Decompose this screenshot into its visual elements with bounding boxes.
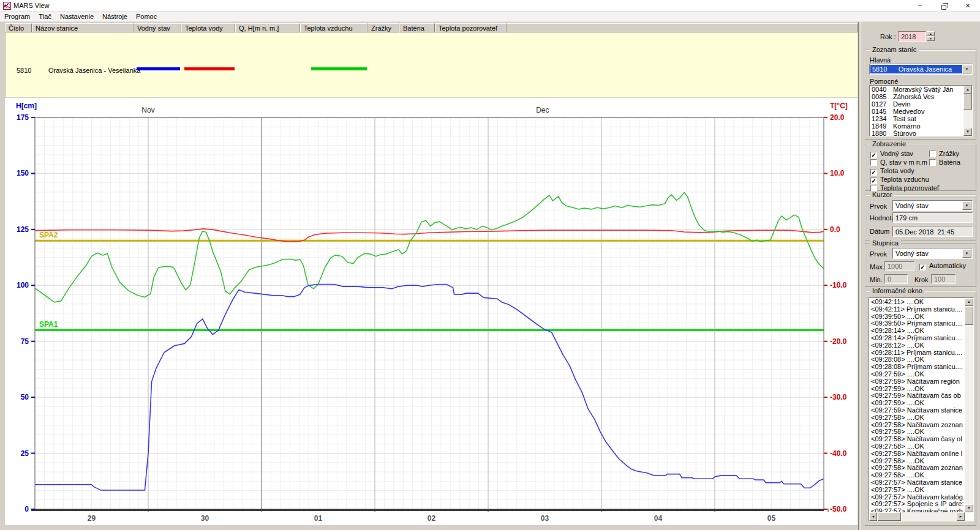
menu-item-pomoc[interactable]: Pomoc xyxy=(132,12,161,20)
log-line: <09:28:08> Príjmam stanicu.... xyxy=(869,364,965,371)
left-axis-tick-label: 125 xyxy=(17,225,29,234)
log-line: <09:27:57> ....OK xyxy=(869,487,965,494)
checkbox-teplota-vzduchu[interactable]: ✓Teplota vzduchu xyxy=(870,176,939,184)
col-header-zrazky[interactable]: Zrážky xyxy=(368,23,399,32)
rok-label: Rok : xyxy=(880,33,896,40)
pomocne-listbox[interactable]: 0040Moravský Svätý Ján0085Záhorská Ves01… xyxy=(869,85,973,136)
day-tick-label: 29 xyxy=(88,514,96,523)
group-title: Kurzor xyxy=(870,191,894,198)
station-list-item[interactable]: 1234Test sat xyxy=(870,115,963,122)
scroll-thumb[interactable] xyxy=(965,307,973,325)
col-header-bateria[interactable]: Batéria xyxy=(399,23,435,32)
log-line: <09:28:08> ....OK xyxy=(869,356,965,364)
scroll-down-icon[interactable]: ▼ xyxy=(965,504,973,512)
col-header-teplota-vzduchu[interactable]: Teplota vzduchu xyxy=(300,23,368,32)
log-line: <09:28:14> ....OK xyxy=(869,327,965,335)
chart[interactable]: SPA1SPA20255075100125150175-50.0-40.0-30… xyxy=(5,98,858,525)
stupnica-max-field[interactable]: 1000 xyxy=(884,261,914,271)
unchecked-icon[interactable] xyxy=(870,159,877,166)
stupnica-min-label: Min. xyxy=(870,276,883,283)
scroll-up-icon[interactable]: ▲ xyxy=(963,86,972,94)
log-line: <09:28:14> Príjmam stanicu.... xyxy=(869,335,965,342)
left-axis-tick-label: 100 xyxy=(17,281,29,289)
station-list-item[interactable]: 0127Devín xyxy=(870,100,963,108)
chevron-down-icon[interactable]: ▼ xyxy=(962,65,971,73)
stupnica-krok-field[interactable]: 100 xyxy=(931,274,956,284)
group-title: Zobrazenie xyxy=(870,140,908,147)
checked-icon[interactable]: ✓ xyxy=(870,169,877,176)
checkbox-zr-ky[interactable]: Zrážky xyxy=(929,150,960,158)
menu-item-program[interactable]: Program xyxy=(0,12,34,20)
col-header-q-h[interactable]: Q, H[m n. m.] xyxy=(235,23,300,32)
checked-icon[interactable]: ✓ xyxy=(870,177,877,184)
right-axis-tick-label: 10.0 xyxy=(830,169,845,177)
chevron-down-icon[interactable]: ▼ xyxy=(962,249,971,258)
close-icon[interactable]: × xyxy=(959,0,977,12)
right-axis-tick-label: -40.0 xyxy=(830,449,847,458)
station-list-item[interactable]: 1880Štúrovo xyxy=(870,130,963,136)
log-line: <09:28:12> ....OK xyxy=(869,342,965,349)
unchecked-icon[interactable] xyxy=(929,159,936,166)
hlavna-selected: 5810 Oravská Jasenica xyxy=(870,65,962,73)
restore-icon[interactable] xyxy=(935,0,953,12)
hlavna-combobox[interactable]: 5810 Oravská Jasenica ▼ xyxy=(869,64,973,75)
station-name[interactable]: Oravská Jasenica - Veselianka xyxy=(48,67,140,74)
scroll-thumb[interactable] xyxy=(963,94,972,110)
checkbox-label: Q, stav v m n.m xyxy=(877,159,927,166)
log-line: <09:27:58> ....OK xyxy=(869,472,965,479)
menu-item-nastavenie[interactable]: Nastavenie xyxy=(56,12,98,20)
right-axis-tick-label: -20.0 xyxy=(830,337,847,346)
checkbox-automaticky[interactable]: ✓Automaticky xyxy=(919,262,966,270)
day-tick-label: 04 xyxy=(654,514,663,523)
scroll-left-icon[interactable]: ◄ xyxy=(869,512,877,521)
col-header-nazov[interactable]: Názov stanice xyxy=(32,23,134,32)
log-line: <09:27:58> Načítavam zoznan xyxy=(869,465,965,472)
checkbox-label: Zrážky xyxy=(936,150,959,157)
col-header-teplota-pozorovatel[interactable]: Teplota pozorovateľ xyxy=(435,23,507,32)
rok-input[interactable] xyxy=(898,31,926,42)
scroll-up-icon[interactable]: ▲ xyxy=(965,298,973,306)
left-axis-tick-label: 25 xyxy=(21,449,29,458)
checked-icon[interactable]: ✓ xyxy=(919,264,926,271)
panel-divider xyxy=(858,22,861,530)
spin-down-icon[interactable]: ▼ xyxy=(927,36,935,41)
month-label-dec: Dec xyxy=(536,106,549,114)
group-zoznam-stanic: Zoznam staníc Hlavná 5810 Oravská Jaseni… xyxy=(865,50,976,140)
pomocne-scrollbar[interactable]: ▲ ▼ xyxy=(963,86,972,136)
stupnica-max-label: Max. xyxy=(870,263,884,271)
kurzor-prvok-combobox[interactable]: Vodný stav ▼ xyxy=(892,200,973,211)
unchecked-icon[interactable] xyxy=(929,151,936,157)
stupnica-min-field[interactable]: 0 xyxy=(884,274,908,284)
legend-bar-teplota-vzduchu xyxy=(311,67,367,70)
station-list-item[interactable]: 0085Záhorská Ves xyxy=(870,93,963,100)
station-list-item[interactable]: 0040Moravský Svätý Ján xyxy=(870,86,963,93)
info-hscrollbar[interactable]: ◄ ► xyxy=(869,512,965,521)
log-line: <09:28:11> Príjmam stanicu.... xyxy=(869,349,965,357)
station-list-item[interactable]: 1849Komárno xyxy=(870,122,963,130)
checkbox-bat-ria[interactable]: Batéria xyxy=(929,159,960,166)
scroll-thumb[interactable] xyxy=(878,512,901,521)
checkbox-telota-vody[interactable]: ✓Telota vody xyxy=(870,167,939,175)
station-number[interactable]: 5810 xyxy=(17,67,31,74)
menu-item-tlač[interactable]: Tlač xyxy=(34,12,56,20)
log-line: <09:39:50> Príjmam stanicu.... xyxy=(869,320,965,327)
spin-up-icon[interactable]: ▲ xyxy=(927,31,935,36)
info-vscrollbar[interactable]: ▲ ▼ xyxy=(965,298,973,512)
stupnica-prvok-combobox[interactable]: Vodný stav ▼ xyxy=(892,248,973,259)
log-line: <09:27:59> ....OK xyxy=(869,386,965,393)
log-line: <09:27:59> Načítavam čas ob xyxy=(869,392,965,400)
rok-spinner[interactable]: ▲ ▼ xyxy=(927,31,935,42)
col-header-cislo[interactable]: Číslo xyxy=(5,23,32,32)
left-axis-tick-label: 50 xyxy=(21,393,29,401)
info-listbox[interactable]: <09:42:11> ....OK<09:42:11> Príjmam stan… xyxy=(869,297,974,521)
group-title: Zoznam staníc xyxy=(870,46,919,53)
checked-icon[interactable]: ✓ xyxy=(870,152,877,159)
col-header-teplota-vody[interactable]: Teplota vody xyxy=(181,23,235,32)
col-header-vodny-stav[interactable]: Vodný stav xyxy=(134,23,181,32)
scroll-right-icon[interactable]: ► xyxy=(957,512,965,521)
menu-item-nástroje[interactable]: Nástroje xyxy=(98,12,132,20)
chevron-down-icon[interactable]: ▼ xyxy=(962,201,971,210)
station-list-item[interactable]: 0145Medveďov xyxy=(870,108,963,115)
minimize-icon[interactable]: – xyxy=(911,0,929,12)
scroll-down-icon[interactable]: ▼ xyxy=(963,128,972,136)
